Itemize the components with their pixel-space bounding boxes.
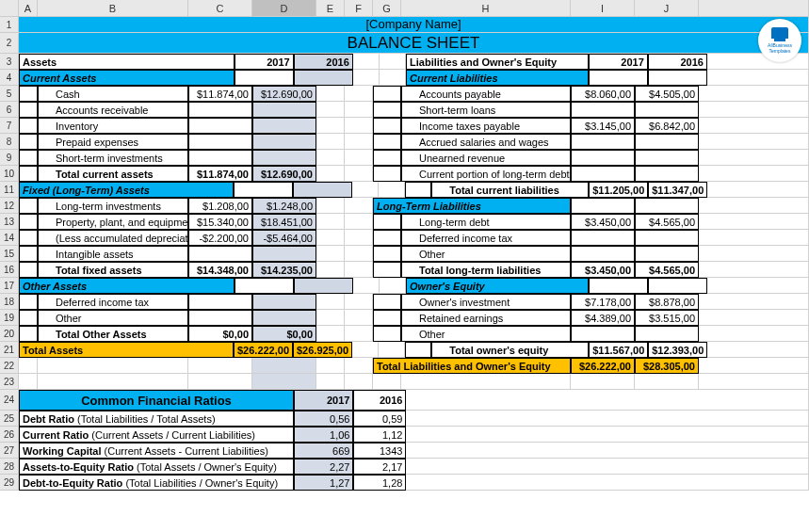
- row-header[interactable]: 21: [0, 342, 19, 358]
- row-header[interactable]: 14: [0, 230, 19, 246]
- assets-equity-label[interactable]: Assets-to-Equity Ratio (Total Assets / O…: [19, 459, 294, 475]
- column-headers[interactable]: A B C D E F G H I J: [0, 0, 809, 17]
- debt-ratio-label[interactable]: Debt Ratio (Total Liabilities / Total As…: [19, 411, 294, 427]
- year2-header[interactable]: 2016: [294, 54, 353, 70]
- row-header[interactable]: 28: [0, 459, 19, 475]
- liab-header[interactable]: Liabilities and Owner's Equity: [406, 54, 589, 70]
- col-header-k[interactable]: [699, 0, 809, 16]
- company-name[interactable]: [Company Name]: [19, 17, 809, 33]
- total-assets-label[interactable]: Total Assets: [19, 342, 234, 358]
- section-current-assets[interactable]: Current Assets: [19, 70, 235, 86]
- row-header[interactable]: 29: [0, 475, 19, 491]
- ap-2017[interactable]: $8.060,00: [571, 86, 635, 102]
- row-header[interactable]: 5: [0, 86, 19, 102]
- row-header[interactable]: 23: [0, 374, 19, 390]
- spreadsheet: AllBusiness Templates A B C D E F G H I …: [0, 0, 809, 491]
- working-capital-label[interactable]: Working Capital (Current Assets - Curren…: [19, 443, 294, 459]
- year2-header-r[interactable]: 2016: [648, 54, 707, 70]
- col-header-h[interactable]: H: [401, 0, 571, 16]
- logo: AllBusiness Templates: [758, 19, 801, 62]
- section-current-liab[interactable]: Current Liabilities: [406, 70, 589, 86]
- row-header[interactable]: 9: [0, 150, 19, 166]
- row-header[interactable]: 10: [0, 166, 19, 182]
- col-header-a[interactable]: A: [19, 0, 38, 16]
- ap-2016[interactable]: $4.505,00: [635, 86, 699, 102]
- row-header[interactable]: 7: [0, 118, 19, 134]
- row-header[interactable]: 24: [0, 390, 19, 411]
- total-assets-2017[interactable]: $26.222,00: [234, 342, 293, 358]
- row-header[interactable]: 20: [0, 326, 19, 342]
- total-assets-2016[interactable]: $26.925,00: [293, 342, 352, 358]
- cash-label[interactable]: Cash: [38, 86, 188, 102]
- row-header[interactable]: 6: [0, 102, 19, 118]
- col-header-i[interactable]: I: [571, 0, 635, 16]
- sheet-title[interactable]: BALANCE SHEET: [19, 33, 809, 54]
- row-header[interactable]: 27: [0, 443, 19, 459]
- row-header[interactable]: 19: [0, 310, 19, 326]
- col-header-f[interactable]: F: [345, 0, 373, 16]
- row-header[interactable]: 16: [0, 262, 19, 278]
- col-header-d[interactable]: D: [252, 0, 316, 16]
- row-header[interactable]: 22: [0, 358, 19, 374]
- row-header[interactable]: 15: [0, 246, 19, 262]
- row-header[interactable]: 4: [0, 70, 19, 86]
- row-header[interactable]: 8: [0, 134, 19, 150]
- row-header[interactable]: 1: [0, 17, 19, 33]
- year1-header[interactable]: 2017: [235, 54, 294, 70]
- col-header-e[interactable]: E: [316, 0, 345, 16]
- row-header[interactable]: 12: [0, 198, 19, 214]
- row-header[interactable]: 25: [0, 411, 19, 427]
- current-ratio-label[interactable]: Current Ratio (Current Assets / Current …: [19, 427, 294, 443]
- ap-label[interactable]: Accounts payable: [401, 86, 571, 102]
- col-header-j[interactable]: J: [635, 0, 699, 16]
- row-header[interactable]: 11: [0, 182, 19, 198]
- col-header-c[interactable]: C: [188, 0, 252, 16]
- row-header[interactable]: 26: [0, 427, 19, 443]
- select-all-cell[interactable]: [0, 0, 19, 16]
- logo-text: AllBusiness Templates: [758, 42, 801, 54]
- assets-header[interactable]: Assets: [19, 54, 235, 70]
- row-header[interactable]: 3: [0, 54, 19, 70]
- total-liab-2017[interactable]: $26.222,00: [571, 358, 635, 374]
- cash-2017[interactable]: $11.874,00: [188, 86, 252, 102]
- row-header[interactable]: 17: [0, 278, 19, 294]
- total-liab-label[interactable]: Total Liabilities and Owner's Equity: [373, 358, 571, 374]
- total-liab-2016[interactable]: $28.305,00: [635, 358, 699, 374]
- monitor-icon: [771, 27, 788, 39]
- col-header-g[interactable]: G: [373, 0, 401, 16]
- row-header[interactable]: 13: [0, 214, 19, 230]
- col-header-b[interactable]: B: [38, 0, 188, 16]
- debt-equity-label[interactable]: Debt-to-Equity Ratio (Total Liabilities …: [19, 475, 294, 491]
- cash-2016[interactable]: $12.690,00: [252, 86, 316, 102]
- year1-header-r[interactable]: 2017: [589, 54, 648, 70]
- row-header[interactable]: 2: [0, 33, 19, 54]
- ratios-title[interactable]: Common Financial Ratios: [19, 390, 294, 411]
- row-header[interactable]: 18: [0, 294, 19, 310]
